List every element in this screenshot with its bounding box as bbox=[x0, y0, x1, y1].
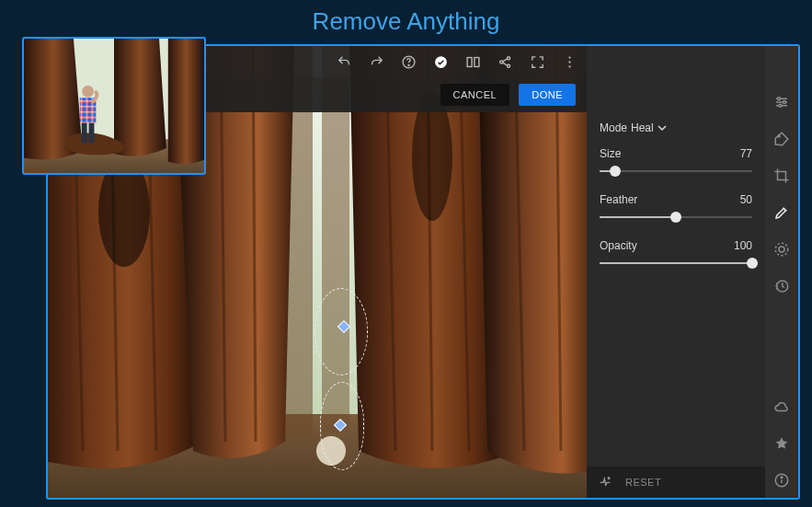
mode-label: Mode bbox=[600, 121, 627, 134]
size-control: Size 77 bbox=[600, 147, 752, 177]
history-icon[interactable] bbox=[773, 278, 790, 294]
svg-point-23 bbox=[779, 247, 784, 252]
chevron-down-icon bbox=[658, 123, 667, 133]
more-icon[interactable] bbox=[562, 54, 578, 70]
done-button[interactable]: DONE bbox=[519, 84, 576, 106]
svg-point-22 bbox=[778, 135, 780, 137]
size-label: Size bbox=[600, 147, 621, 160]
reset-button[interactable]: RESET bbox=[625, 477, 661, 488]
opacity-control: Opacity 100 bbox=[600, 239, 752, 269]
svg-rect-11 bbox=[475, 57, 479, 66]
tool-rail bbox=[765, 46, 798, 498]
page-title: Remove Anything bbox=[313, 7, 500, 36]
feather-label: Feather bbox=[600, 193, 637, 206]
svg-point-17 bbox=[568, 65, 570, 67]
cloud-icon[interactable] bbox=[773, 398, 790, 415]
adjust-icon[interactable] bbox=[773, 94, 790, 110]
svg-point-16 bbox=[568, 61, 570, 63]
star-icon[interactable] bbox=[773, 435, 790, 452]
auto-icon[interactable] bbox=[598, 474, 612, 490]
radial-filter-icon[interactable] bbox=[773, 241, 790, 258]
svg-point-19 bbox=[778, 98, 781, 100]
svg-rect-37 bbox=[82, 123, 87, 144]
cancel-button[interactable]: CANCEL bbox=[440, 84, 510, 106]
feather-value: 50 bbox=[740, 193, 752, 206]
svg-point-18 bbox=[608, 478, 610, 479]
panel-bottom-bar: RESET bbox=[587, 467, 765, 498]
heal-source-selection[interactable] bbox=[315, 288, 368, 375]
feather-slider[interactable] bbox=[600, 212, 752, 223]
feather-control: Feather 50 bbox=[600, 193, 752, 223]
svg-rect-10 bbox=[467, 57, 472, 66]
svg-point-14 bbox=[507, 64, 509, 67]
opacity-value: 100 bbox=[734, 239, 752, 252]
svg-point-20 bbox=[783, 101, 786, 104]
svg-point-36 bbox=[82, 86, 94, 98]
svg-point-13 bbox=[507, 56, 509, 59]
svg-rect-38 bbox=[89, 123, 95, 144]
controls-panel: Mode Heal Size 77 Feather 50 bbox=[587, 46, 765, 498]
opacity-label: Opacity bbox=[600, 239, 637, 252]
mode-selector[interactable]: Mode Heal bbox=[600, 121, 752, 134]
size-value: 77 bbox=[740, 147, 752, 160]
checkmark-badge-icon[interactable] bbox=[433, 54, 449, 70]
crop-icon[interactable] bbox=[773, 167, 790, 184]
svg-point-27 bbox=[781, 477, 783, 478]
original-thumbnail[interactable] bbox=[22, 37, 206, 175]
healing-brush-icon[interactable] bbox=[773, 204, 790, 221]
info-icon[interactable] bbox=[773, 472, 790, 489]
svg-point-8 bbox=[408, 64, 409, 65]
compare-icon[interactable] bbox=[465, 54, 481, 70]
redo-icon[interactable] bbox=[369, 54, 384, 70]
svg-point-24 bbox=[775, 243, 788, 256]
svg-point-21 bbox=[779, 104, 782, 107]
help-icon[interactable] bbox=[401, 54, 417, 70]
undo-icon[interactable] bbox=[337, 54, 352, 70]
tag-icon[interactable] bbox=[773, 131, 790, 147]
svg-point-12 bbox=[500, 60, 503, 63]
fullscreen-icon[interactable] bbox=[530, 54, 545, 70]
svg-point-15 bbox=[568, 56, 570, 58]
mode-value: Heal bbox=[631, 121, 654, 134]
share-icon[interactable] bbox=[497, 54, 513, 70]
size-slider[interactable] bbox=[600, 166, 752, 177]
opacity-slider[interactable] bbox=[600, 258, 752, 269]
